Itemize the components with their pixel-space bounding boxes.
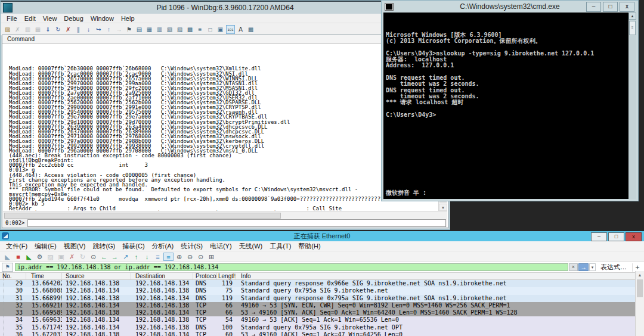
column-header-destination[interactable]: Destination <box>131 273 193 279</box>
processes-threads-icon[interactable]: ▣ <box>216 25 225 34</box>
capture-options-icon[interactable]: ⚙ <box>35 253 45 261</box>
filter-expression-button[interactable]: 表达式… <box>600 263 627 272</box>
zoom-out-icon[interactable]: ⊖ <box>185 253 195 261</box>
auto-scroll-icon[interactable]: ≡ <box>153 253 163 261</box>
windbg-menu-item[interactable]: Edit <box>21 15 39 22</box>
windbg-menu-item[interactable]: Window <box>87 15 117 22</box>
command-window-icon[interactable]: ▤ <box>135 25 144 34</box>
column-header-time[interactable]: Time <box>26 273 62 279</box>
wireshark-scrollbar[interactable]: ▲ <box>635 271 644 336</box>
restart-icon[interactable]: ↻ <box>54 25 63 34</box>
filter-clear-icon[interactable]: × <box>569 263 578 271</box>
cmd-scrollbar-thumb[interactable]: ≡ <box>629 21 636 35</box>
windbg-menu-item[interactable]: File <box>3 15 21 22</box>
paste-icon[interactable]: ▦ <box>33 25 42 34</box>
restart-capture-icon[interactable]: ◣ <box>24 253 34 261</box>
wireshark-maximize-button[interactable]: □ <box>608 232 624 241</box>
close-file-icon[interactable]: ✗ <box>67 253 77 261</box>
scroll-up-icon[interactable]: ▲ <box>628 13 636 20</box>
wireshark-menu-item[interactable]: 无线(W) <box>236 242 267 251</box>
filter-bookmark-icon[interactable]: ⚑ <box>2 263 13 272</box>
wireshark-menu-item[interactable]: 视图(V) <box>60 242 89 251</box>
reload-file-icon[interactable]: ↻ <box>78 253 88 261</box>
options-icon[interactable]: ▩ <box>246 25 255 34</box>
windbg-menu-item[interactable]: Debug <box>60 15 86 22</box>
find-packet-icon[interactable]: ⊙ <box>88 253 98 261</box>
step-out-icon[interactable]: ↑ <box>104 25 113 34</box>
wireshark-menu-item[interactable]: 文件(F) <box>2 242 31 251</box>
stop-capture-icon[interactable]: ■ <box>13 253 23 261</box>
stop-debugging-icon[interactable]: ✗ <box>64 25 73 34</box>
disassembly-window-icon[interactable]: ≡ <box>196 25 205 34</box>
cmd-maximize-button[interactable]: □ <box>603 2 618 12</box>
go-icon[interactable]: ⇓ <box>44 25 52 34</box>
column-header-length[interactable]: Length <box>217 273 236 279</box>
wireshark-menu-item[interactable]: 工具(T) <box>266 242 295 251</box>
scroll-down-icon[interactable]: ▼ <box>439 204 447 211</box>
wireshark-scrollbar-thumb[interactable] <box>637 279 643 297</box>
wireshark-menu-item[interactable]: 电话(Y) <box>206 242 236 251</box>
go-last-icon[interactable]: ↓ <box>142 253 152 261</box>
wireshark-menu-item[interactable]: 跳转(G) <box>89 242 119 251</box>
save-file-icon[interactable]: ▣ <box>56 253 66 261</box>
go-first-icon[interactable]: ↑ <box>131 253 141 261</box>
packet-row[interactable]: 31 15.668999 192.168.148.138 192.168.148… <box>0 295 644 302</box>
zoom-original-icon[interactable]: ⊙ <box>196 253 206 261</box>
wireshark-titlebar[interactable]: 正在捕获 Ethernet0 – □ x <box>0 231 644 241</box>
colorize-icon[interactable]: ≡ <box>163 253 174 261</box>
filter-add-button[interactable]: + <box>632 263 642 272</box>
packet-row[interactable]: 35 15.671745 192.168.148.134 192.168.148… <box>0 324 644 331</box>
packet-row[interactable]: 30 15.668088 192.168.148.134 192.168.148… <box>0 287 644 294</box>
wireshark-menu-item[interactable]: 捕获(C) <box>119 242 148 251</box>
break-icon[interactable]: ∥ <box>74 25 83 34</box>
step-into-icon[interactable]: ↓ <box>84 25 93 34</box>
go-back-icon[interactable]: ← <box>99 253 109 261</box>
locals-window-icon[interactable]: ▥ <box>155 25 164 34</box>
packet-row[interactable]: 33 15.669589 192.168.148.138 192.168.148… <box>0 309 644 316</box>
packet-row[interactable]: 32 15.669216 192.168.148.134 192.168.148… <box>0 302 644 309</box>
step-over-icon[interactable]: ↪ <box>94 25 103 34</box>
open-source-file-icon[interactable]: ▨ <box>3 25 12 34</box>
copy-icon[interactable]: ▥ <box>23 25 32 34</box>
source-mode-icon[interactable]: 101 101 <box>226 25 235 34</box>
column-header-protocol[interactable]: Protocol <box>193 273 217 279</box>
cmd-titlebar[interactable]: C:\Windows\system32\cmd.exe – □ x <box>382 1 638 13</box>
wireshark-menu-item[interactable]: 帮助(H) <box>295 242 324 251</box>
windbg-hscrollbar-thumb[interactable] <box>4 213 281 219</box>
windbg-menu-item[interactable]: Help <box>117 15 138 22</box>
resize-columns-icon[interactable]: ⊞ <box>206 253 216 261</box>
insert-breakpoint-icon[interactable]: ⚑ <box>125 25 134 34</box>
column-header-info[interactable]: Info <box>236 273 644 279</box>
start-capture-icon[interactable]: ◣ <box>2 253 13 261</box>
filter-apply-icon[interactable]: → <box>578 263 589 271</box>
packet-row[interactable]: 36 15.672031 192.168.148.138 192.168.148… <box>0 331 644 336</box>
packet-row[interactable]: 29 13.664202 192.168.148.138 192.168.148… <box>0 280 644 287</box>
wireshark-minimize-button[interactable]: – <box>591 232 607 241</box>
wireshark-menu-item[interactable]: 分析(A) <box>148 242 178 251</box>
watch-window-icon[interactable]: ▦ <box>145 25 154 34</box>
memory-window-icon[interactable]: ▨ <box>175 25 184 34</box>
column-header-source[interactable]: Source <box>62 273 131 279</box>
filter-dropdown-icon[interactable]: ▾ <box>589 263 596 271</box>
run-to-cursor-icon[interactable]: → <box>114 25 123 34</box>
cmd-console[interactable]: Microsoft Windows [版本 6.3.9600](c) 2013 … <box>383 13 636 199</box>
open-file-icon[interactable]: ▨ <box>45 253 55 261</box>
wireshark-close-button[interactable]: x <box>626 232 642 241</box>
wireshark-menu-item[interactable]: 统计(S) <box>177 242 206 251</box>
cut-icon[interactable]: ✗ <box>13 25 22 34</box>
font-icon[interactable]: A <box>236 25 245 34</box>
go-to-packet-icon[interactable]: ↗ <box>120 253 131 261</box>
cmd-close-button[interactable]: x <box>620 2 634 12</box>
zoom-in-icon[interactable]: ⊕ <box>174 253 184 261</box>
windbg-horizontal-scrollbar[interactable] <box>3 211 447 219</box>
wireshark-menu-item[interactable]: 编辑(E) <box>31 242 60 251</box>
packet-row[interactable]: 34 15.669633 192.168.148.134 192.168.148… <box>0 316 644 323</box>
windbg-menu-item[interactable]: View <box>39 15 61 22</box>
windbg-command-input[interactable] <box>27 219 446 227</box>
registers-window-icon[interactable]: ▧ <box>165 25 174 34</box>
go-forward-icon[interactable]: → <box>110 253 120 261</box>
scroll-up-icon[interactable]: ▲ <box>636 271 644 279</box>
cmd-scrollbar[interactable]: ▲ ≡ <box>628 13 636 199</box>
cmd-minimize-button[interactable]: – <box>586 2 601 12</box>
call-stack-window-icon[interactable]: ▩ <box>185 25 194 34</box>
